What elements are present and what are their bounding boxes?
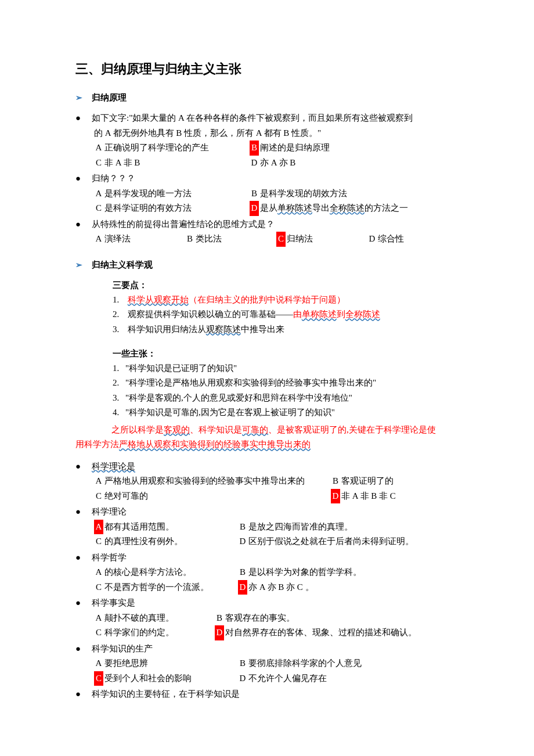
arrow-icon: ➢ bbox=[75, 258, 84, 272]
bullet-icon: ● bbox=[75, 505, 84, 520]
q2: ●归纳？？？ A是科学发现的唯一方法 B是科学发现的胡效方法 C是科学证明的有效… bbox=[75, 171, 459, 216]
s3q2: ●科学理论 A都有其适用范围。 B是放之四海而皆准的真理。 C的真理性没有例外。… bbox=[75, 505, 459, 549]
section-header-principle: ➢归纳原理 bbox=[75, 90, 459, 105]
answer-C: C bbox=[276, 232, 286, 247]
answer-C: C bbox=[94, 671, 103, 686]
answer-D: D bbox=[250, 201, 259, 216]
arrow-icon: ➢ bbox=[75, 91, 84, 105]
claims: 一些主张： 1."科学知识是已证明了的知识" 2."科学理论是严格地从用观察和实… bbox=[113, 346, 459, 420]
s3q4: ●科学事实是 A颠扑不破的真理。 B客观存在的事实。 C科学家们的约定。 D对自… bbox=[75, 596, 459, 640]
bullet-icon: ● bbox=[75, 111, 84, 126]
s3q6: ●科学知识的主要特征，在于科学知识是 bbox=[75, 687, 459, 702]
bullet-icon: ● bbox=[75, 687, 84, 702]
section-header-view: ➢归纳主义科学观 bbox=[75, 257, 459, 272]
s3q1: ●科学理论是 A严格地从用观察和实验得到的经验事实中推导出来的 B客观证明了的 … bbox=[75, 459, 459, 504]
q1: ●如下文字:"如果大量的 A 在各种各样的条件下被观察到，而且如果所有这些被观察… bbox=[75, 111, 459, 170]
bullet-icon: ● bbox=[75, 171, 84, 186]
bullet-icon: ● bbox=[75, 596, 84, 611]
s3q5: ●科学知识的生产 A要拒绝思辨 B要彻底排除科学家的个人意见 C受到个人和社会的… bbox=[75, 642, 459, 686]
s3q3: ●科学哲学 A的核心是科学方法论。 B是以科学为对象的哲学学科。 C不是西方哲学… bbox=[75, 550, 459, 595]
three-points: 三要点： 1. 科学从观察开始（在归纳主义的批判中说科学始于问题） 2. 观察提… bbox=[113, 278, 459, 337]
bullet-icon: ● bbox=[75, 550, 84, 566]
page-title: 三、归纳原理与归纳主义主张 bbox=[75, 58, 459, 80]
answer-D: D bbox=[238, 580, 247, 595]
bullet-icon: ● bbox=[75, 217, 84, 232]
answer-D: D bbox=[215, 625, 224, 640]
answer-D: D bbox=[331, 489, 340, 504]
bullet-icon: ● bbox=[75, 642, 84, 657]
q3: ●从特殊性的前提得出普遍性结论的思维方式是？ A演绎法 B类比法 C归纳法 D综… bbox=[75, 217, 459, 247]
answer-A: A bbox=[94, 520, 103, 535]
answer-B: B bbox=[250, 141, 259, 156]
bullet-icon: ● bbox=[75, 459, 84, 474]
summary-paragraph: 之所以科学是客观的、科学知识是可靠的、是被客观证明了的,关键在于科学理论是使 用… bbox=[94, 423, 459, 452]
